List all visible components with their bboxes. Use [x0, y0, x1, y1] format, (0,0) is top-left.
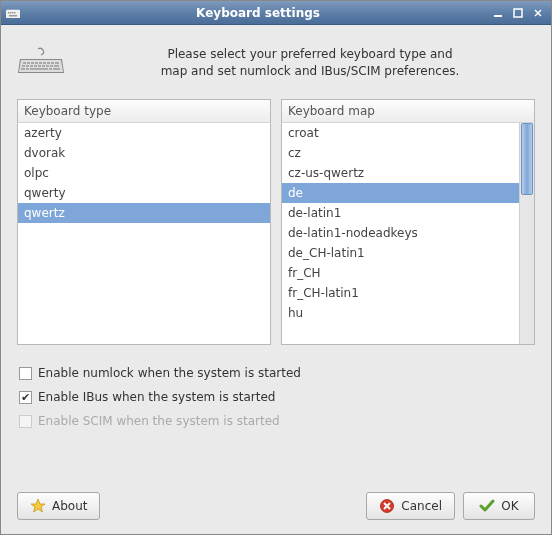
svg-rect-24 — [42, 65, 45, 67]
svg-rect-3 — [12, 12, 14, 14]
about-button[interactable]: About — [17, 492, 100, 520]
map-scrollbar-thumb[interactable] — [521, 123, 533, 195]
numlock-checkbox[interactable] — [19, 367, 32, 380]
list-item[interactable]: de-latin1 — [282, 203, 519, 223]
about-label: About — [52, 499, 87, 513]
ibus-label: Enable IBus when the system is started — [38, 390, 275, 404]
titlebar: Keyboard settings — [1, 1, 551, 25]
options-checks: Enable numlock when the system is starte… — [17, 361, 535, 433]
cancel-button[interactable]: Cancel — [366, 492, 455, 520]
svg-rect-12 — [31, 62, 34, 64]
svg-rect-25 — [46, 65, 49, 67]
ok-button[interactable]: OK — [463, 492, 535, 520]
list-item[interactable]: croat — [282, 123, 519, 143]
cancel-icon — [379, 498, 395, 514]
list-item[interactable]: fr_CH — [282, 263, 519, 283]
scim-checkbox-row: Enable SCIM when the system is started — [17, 409, 535, 433]
list-item[interactable]: fr_CH-latin1 — [282, 283, 519, 303]
intro-line1: Please select your preferred keyboard ty… — [167, 47, 452, 61]
svg-rect-29 — [26, 68, 29, 70]
list-item[interactable]: azerty — [18, 123, 270, 143]
svg-rect-14 — [39, 62, 42, 64]
svg-rect-23 — [38, 65, 41, 67]
svg-rect-5 — [9, 15, 17, 17]
ok-label: OK — [501, 499, 518, 513]
list-item[interactable]: qwerty — [18, 183, 270, 203]
svg-rect-13 — [35, 62, 38, 64]
maximize-button[interactable] — [509, 5, 527, 21]
titlebar-controls — [489, 5, 547, 21]
list-item[interactable]: de-latin1-nodeadkeys — [282, 223, 519, 243]
list-item[interactable]: olpc — [18, 163, 270, 183]
svg-rect-26 — [50, 65, 53, 67]
svg-rect-17 — [51, 62, 54, 64]
svg-rect-20 — [26, 65, 29, 67]
content-area: Please select your preferred keyboard ty… — [1, 25, 551, 534]
cancel-label: Cancel — [401, 499, 442, 513]
svg-rect-0 — [6, 10, 20, 18]
window-title: Keyboard settings — [27, 6, 489, 20]
svg-rect-30 — [30, 68, 48, 70]
svg-rect-22 — [34, 65, 37, 67]
list-item[interactable]: de_CH-latin1 — [282, 243, 519, 263]
svg-rect-27 — [54, 65, 59, 67]
numlock-label: Enable numlock when the system is starte… — [38, 366, 301, 380]
keyboard-type-header[interactable]: Keyboard type — [17, 99, 271, 123]
list-item[interactable]: dvorak — [18, 143, 270, 163]
lists-row: Keyboard type azertydvorakolpcqwertyqwer… — [17, 99, 535, 345]
svg-rect-4 — [14, 12, 16, 14]
buttons-row: About Cancel — [17, 492, 535, 520]
svg-rect-18 — [55, 62, 59, 64]
ok-icon — [479, 498, 495, 514]
svg-rect-19 — [22, 65, 25, 67]
star-icon — [30, 498, 46, 514]
keyboard-icon — [5, 5, 21, 21]
svg-rect-1 — [8, 12, 10, 14]
list-item[interactable]: de — [282, 183, 519, 203]
svg-rect-21 — [30, 65, 33, 67]
svg-rect-2 — [10, 12, 12, 14]
svg-rect-15 — [43, 62, 46, 64]
intro-text: Please select your preferred keyboard ty… — [85, 46, 535, 80]
scim-checkbox[interactable] — [19, 415, 32, 428]
keyboard-type-list[interactable]: azertydvorakolpcqwertyqwertz — [18, 123, 270, 344]
list-item[interactable]: hu — [282, 303, 519, 323]
close-button[interactable] — [529, 5, 547, 21]
ibus-checkbox-row[interactable]: ✔ Enable IBus when the system is started — [17, 385, 535, 409]
minimize-button[interactable] — [489, 5, 507, 21]
keyboard-map-list[interactable]: croatczcz-us-qwertzdede-latin1de-latin1-… — [282, 123, 519, 344]
svg-rect-11 — [27, 62, 30, 64]
svg-rect-31 — [49, 68, 52, 70]
svg-rect-16 — [47, 62, 50, 64]
keyboard-type-panel: Keyboard type azertydvorakolpcqwertyqwer… — [17, 99, 271, 345]
keyboard-settings-window: Keyboard settings — [0, 0, 552, 535]
svg-rect-7 — [514, 9, 522, 17]
list-item[interactable]: cz — [282, 143, 519, 163]
intro-row: Please select your preferred keyboard ty… — [17, 43, 535, 83]
keyboard-map-header[interactable]: Keyboard map — [281, 99, 535, 123]
keyboard-illustration-icon — [17, 43, 65, 83]
numlock-checkbox-row[interactable]: Enable numlock when the system is starte… — [17, 361, 535, 385]
intro-line2: map and set numlock and IBus/SCIM prefer… — [161, 64, 460, 78]
map-scrollbar[interactable] — [519, 123, 534, 344]
svg-rect-32 — [53, 68, 60, 70]
svg-rect-10 — [23, 62, 26, 64]
svg-rect-28 — [21, 68, 25, 70]
list-item[interactable]: qwertz — [18, 203, 270, 223]
scim-label: Enable SCIM when the system is started — [38, 414, 280, 428]
list-item[interactable]: cz-us-qwertz — [282, 163, 519, 183]
keyboard-map-panel: Keyboard map croatczcz-us-qwertzdede-lat… — [281, 99, 535, 345]
ibus-checkbox[interactable]: ✔ — [19, 391, 32, 404]
